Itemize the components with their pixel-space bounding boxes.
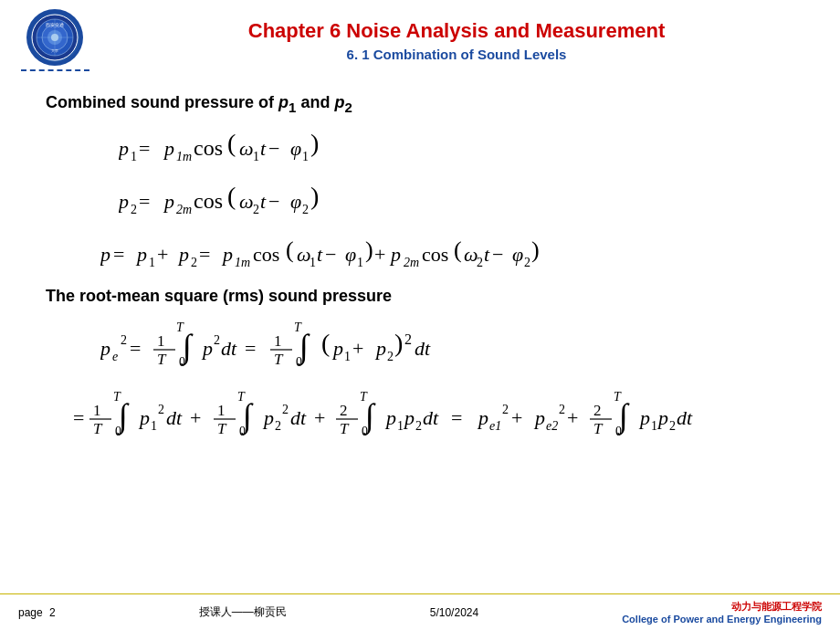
svg-text:p: p <box>477 406 488 429</box>
svg-text:1: 1 <box>253 150 259 163</box>
svg-text:T: T <box>157 351 167 368</box>
svg-text:cos: cos <box>194 189 223 213</box>
svg-text:−: − <box>492 243 503 266</box>
svg-text:p: p <box>135 243 147 266</box>
svg-text:+: + <box>352 337 363 360</box>
svg-text:+: + <box>567 406 578 429</box>
svg-text:(: ( <box>227 182 236 210</box>
svg-text:ω: ω <box>239 190 254 213</box>
svg-text:+: + <box>314 406 325 429</box>
svg-text:=: = <box>113 243 124 266</box>
svg-text:∫: ∫ <box>241 397 254 436</box>
dotted-line <box>21 69 89 71</box>
section-title: 6. 1 Combination of Sound Levels <box>91 47 822 62</box>
svg-text:∫: ∫ <box>363 397 376 436</box>
svg-text:2: 2 <box>669 419 676 433</box>
svg-text:2: 2 <box>191 256 197 269</box>
svg-text:cos: cos <box>253 243 279 266</box>
svg-text:1: 1 <box>151 419 157 433</box>
svg-text:2: 2 <box>340 402 348 419</box>
date-info: 5/10/2024 <box>430 606 478 619</box>
heading-combined-pressure: Combined sound pressure of p1 and p2 <box>46 93 794 115</box>
page-number: 2 <box>49 606 56 619</box>
svg-text:∫: ∫ <box>617 397 630 436</box>
svg-text:=: = <box>139 190 150 213</box>
svg-text:(: ( <box>227 129 236 157</box>
svg-text:2: 2 <box>415 419 422 433</box>
svg-text:2: 2 <box>502 403 509 416</box>
svg-text:): ) <box>365 236 373 263</box>
svg-text:φ: φ <box>290 190 301 213</box>
svg-text:−: − <box>268 137 279 160</box>
logo-inner: 西安交通 大学 <box>30 13 80 63</box>
svg-text:dt: dt <box>677 406 693 429</box>
svg-text:+: + <box>190 406 201 429</box>
svg-text:cos: cos <box>194 136 223 160</box>
svg-text:2: 2 <box>131 203 137 216</box>
svg-text:dt: dt <box>166 406 183 429</box>
svg-text:大学: 大学 <box>51 48 58 53</box>
page-label: page <box>18 606 43 619</box>
svg-text:T: T <box>93 420 103 437</box>
svg-text:=: = <box>139 137 150 160</box>
svg-text:T: T <box>274 351 284 368</box>
svg-text:+: + <box>511 406 522 429</box>
svg-text:p: p <box>221 243 233 266</box>
svg-text:φ: φ <box>290 137 301 160</box>
svg-text:1m: 1m <box>176 150 192 163</box>
svg-text:p: p <box>638 406 650 429</box>
svg-text:1m: 1m <box>235 256 250 269</box>
svg-text:p: p <box>656 406 668 429</box>
instructor-info: 授课人——柳贡民 <box>199 604 287 620</box>
svg-text:1: 1 <box>357 256 363 269</box>
content-area: Combined sound pressure of p1 and p2 p 1… <box>0 77 840 452</box>
svg-text:1: 1 <box>397 419 404 433</box>
logo-area: 西安交通 大学 <box>18 9 91 71</box>
svg-text:p: p <box>403 406 415 429</box>
svg-text:): ) <box>310 129 319 157</box>
svg-text:): ) <box>531 236 540 263</box>
svg-text:2: 2 <box>275 419 281 433</box>
heading-rms: The root-mean square (rms) sound pressur… <box>46 287 794 306</box>
svg-text:1: 1 <box>310 256 316 269</box>
svg-text:1: 1 <box>344 350 351 363</box>
svg-text:p: p <box>119 137 129 160</box>
svg-text:2: 2 <box>282 403 289 416</box>
svg-text:−: − <box>268 190 279 213</box>
formula-p-combined: p = p 1 + p 2 = p 1m cos ( ω 1 t − φ 1 )… <box>100 230 794 278</box>
svg-text:p: p <box>163 190 174 213</box>
svg-text:p: p <box>138 406 150 429</box>
svg-text:2: 2 <box>524 256 530 269</box>
svg-text:p: p <box>389 243 401 266</box>
svg-text:φ: φ <box>512 243 523 266</box>
svg-text:p: p <box>119 190 129 213</box>
header: 西安交通 大学 Chapter 6 Noise Analysis and Mea… <box>0 0 840 77</box>
chapter-title: Chapter 6 Noise Analysis and Measurement <box>91 19 822 43</box>
university-logo: 西安交通 大学 <box>26 9 83 66</box>
svg-text:t: t <box>260 190 267 213</box>
footer: page 2 授课人——柳贡民 5/10/2024 动力与能源工程学院 Coll… <box>0 593 840 630</box>
svg-text:p: p <box>177 243 189 266</box>
svg-text:2: 2 <box>253 203 259 216</box>
formula-p2: p 2 = p 2m cos ( ω 2 t − φ 2 ) <box>119 177 794 225</box>
svg-text:西安交通: 西安交通 <box>46 22 64 27</box>
svg-text:∫: ∫ <box>117 397 130 436</box>
svg-text:∫: ∫ <box>298 328 310 366</box>
title-area: Chapter 6 Noise Analysis and Measurement… <box>91 19 822 62</box>
formula-rms-line2: = 1 T 0 T ∫ p 1 2 dt + 1 T 0 T ∫ p <box>73 383 794 452</box>
svg-text:(: ( <box>454 236 462 263</box>
svg-text:=: = <box>199 243 210 266</box>
svg-text:p: p <box>533 406 545 429</box>
formula-p1: p 1 = p 1m cos ( ω 1 t − φ 1 ) <box>119 124 794 172</box>
svg-text:1: 1 <box>131 150 137 163</box>
svg-text:φ: φ <box>345 243 356 266</box>
svg-text:1: 1 <box>149 256 155 269</box>
svg-text:1: 1 <box>651 419 657 433</box>
svg-text:=: = <box>245 337 256 360</box>
svg-text:cos: cos <box>422 243 448 266</box>
svg-text:2m: 2m <box>404 256 419 269</box>
svg-text:2: 2 <box>387 350 394 363</box>
svg-text:): ) <box>394 329 403 357</box>
svg-text:(: ( <box>321 329 330 357</box>
svg-text:2m: 2m <box>176 203 192 216</box>
